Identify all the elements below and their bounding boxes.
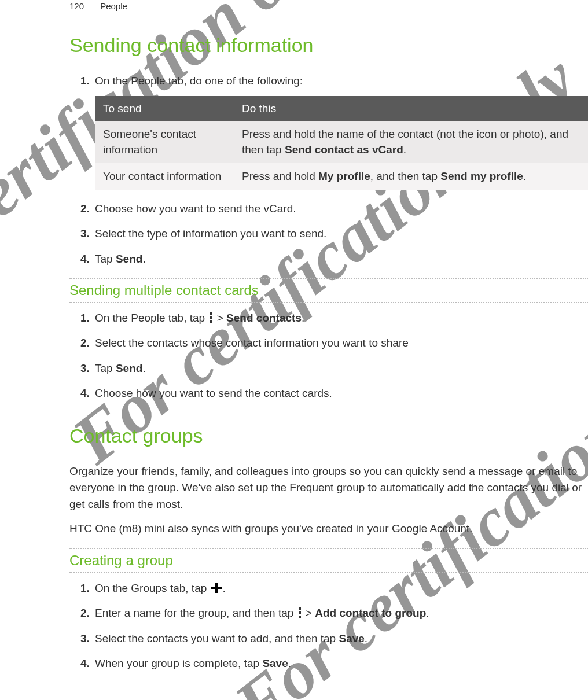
cell-to-send: Your contact information bbox=[95, 163, 234, 190]
ui-label: Send bbox=[116, 253, 142, 265]
paragraph: Organize your friends, family, and colle… bbox=[69, 463, 588, 513]
steps-creating-group: On the Groups tab, tap . Enter a name fo… bbox=[69, 580, 588, 672]
page-content: 120 People Sending contact information O… bbox=[0, 0, 588, 700]
heading-contact-groups: Contact groups bbox=[69, 425, 588, 447]
list-item: Select the contacts whose contact inform… bbox=[93, 335, 588, 351]
text: Tap bbox=[95, 253, 116, 265]
ui-label: Send contact as vCard bbox=[285, 143, 403, 156]
overflow-menu-icon bbox=[298, 607, 302, 618]
steps-sending-multiple: On the People tab, tap > Send contacts. … bbox=[69, 310, 588, 401]
overflow-menu-icon bbox=[209, 312, 212, 323]
col-to-send: To send bbox=[95, 96, 234, 121]
list-item: On the People tab, do one of the followi… bbox=[93, 73, 588, 190]
table-header-row: To send Do this bbox=[95, 96, 588, 121]
list-item: Enter a name for the group, and then tap… bbox=[93, 605, 588, 621]
ui-label: Save bbox=[339, 632, 364, 644]
ui-label: Send bbox=[116, 362, 142, 374]
table-row: Someone's contact information Press and … bbox=[95, 121, 588, 163]
text: Press and hold bbox=[242, 170, 318, 182]
list-item: On the Groups tab, tap . bbox=[93, 580, 588, 596]
list-item: On the People tab, tap > Send contacts. bbox=[93, 310, 588, 326]
text: . bbox=[142, 253, 145, 265]
list-item: Select the type of information you want … bbox=[93, 226, 588, 242]
plus-icon bbox=[211, 583, 222, 593]
text: . bbox=[142, 362, 145, 374]
ui-label: Send contacts bbox=[226, 312, 302, 324]
text: . bbox=[302, 312, 304, 324]
text: . bbox=[426, 607, 429, 619]
subheading-wrap: Creating a group bbox=[69, 548, 588, 573]
text: , and then tap bbox=[370, 170, 441, 182]
list-item: Select the contacts you want to add, and… bbox=[93, 631, 588, 647]
text: > bbox=[214, 312, 226, 324]
text: . bbox=[288, 657, 291, 669]
send-options-table: To send Do this Someone's contact inform… bbox=[95, 96, 588, 190]
heading-sending-multiple: Sending multiple contact cards bbox=[69, 279, 588, 302]
subheading-wrap: Sending multiple contact cards bbox=[69, 278, 588, 303]
cell-to-send: Someone's contact information bbox=[95, 121, 234, 163]
page-header: 120 People bbox=[69, 0, 588, 11]
text: Select the contacts you want to add, and… bbox=[95, 632, 339, 644]
text: Tap bbox=[95, 362, 116, 374]
text: . bbox=[365, 632, 368, 644]
steps-sending-contact-info: On the People tab, do one of the followi… bbox=[69, 73, 588, 267]
paragraph: HTC One (m8) mini also syncs with groups… bbox=[69, 521, 588, 537]
step-text: On the People tab, do one of the followi… bbox=[95, 75, 303, 87]
text: On the People tab, tap bbox=[95, 312, 208, 324]
ui-label: My profile bbox=[318, 170, 370, 182]
list-item: When your group is complete, tap Save. bbox=[93, 655, 588, 672]
list-item: Choose how you want to send the contact … bbox=[93, 385, 588, 401]
section-name: People bbox=[100, 1, 127, 11]
ui-label: Send my profile bbox=[440, 170, 523, 182]
ui-label: Add contact to group bbox=[315, 607, 426, 619]
col-do-this: Do this bbox=[234, 96, 588, 121]
text: . bbox=[403, 143, 406, 156]
cell-do-this: Press and hold the name of the contact (… bbox=[234, 121, 588, 163]
list-item: Choose how you want to send the vCard. bbox=[93, 201, 588, 217]
text: > bbox=[303, 607, 315, 619]
list-item: Tap Send. bbox=[93, 251, 588, 267]
ui-label: Save bbox=[262, 657, 288, 669]
heading-sending-contact-info: Sending contact information bbox=[69, 34, 588, 57]
text: On the Groups tab, tap bbox=[95, 582, 210, 594]
text: When your group is complete, tap bbox=[95, 657, 262, 669]
list-item: Tap Send. bbox=[93, 360, 588, 377]
page-number: 120 bbox=[69, 1, 84, 11]
text: Enter a name for the group, and then tap bbox=[95, 607, 297, 619]
text: . bbox=[223, 582, 226, 594]
cell-do-this: Press and hold My profile, and then tap … bbox=[234, 163, 588, 190]
text: . bbox=[523, 170, 526, 182]
table-row: Your contact information Press and hold … bbox=[95, 163, 588, 190]
heading-creating-group: Creating a group bbox=[69, 549, 588, 572]
